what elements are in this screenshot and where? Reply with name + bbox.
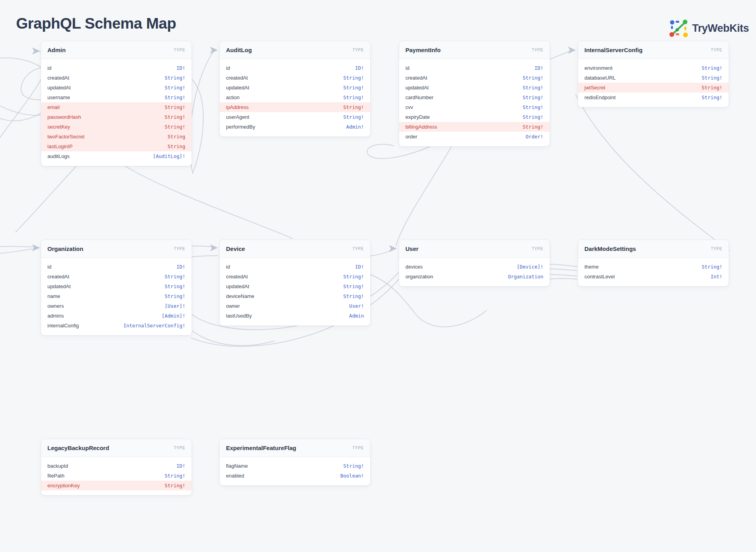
field-row-username: usernameString! xyxy=(41,93,192,102)
entity-card-organization[interactable]: OrganizationTYPEidID!createdAtString!upd… xyxy=(41,240,192,336)
trywebkits-logo-icon xyxy=(669,19,688,38)
entity-card-internal-server-config[interactable]: InternalServerConfigTYPEenvironmentStrin… xyxy=(578,41,729,107)
type-column-label: TYPE xyxy=(353,247,364,251)
field-type: String! xyxy=(523,85,543,91)
field-type: ID! xyxy=(176,463,185,469)
field-name: passwordHash xyxy=(47,114,81,120)
arrowhead-device xyxy=(210,244,218,251)
entity-title: AuditLog xyxy=(226,47,252,53)
field-type: String! xyxy=(702,85,722,91)
field-type: ID! xyxy=(176,65,185,71)
field-row-updatedat: updatedAtString! xyxy=(220,281,370,291)
field-row-theme: themeString! xyxy=(578,262,729,272)
field-row-admins: admins[Admin]! xyxy=(41,311,192,321)
field-type: [AuditLog]! xyxy=(153,153,185,159)
field-type: Order! xyxy=(526,134,543,140)
entity-card-legacy-backup-record[interactable]: LegacyBackupRecordTYPEbackupIdID!filePat… xyxy=(41,439,192,496)
entity-title: InternalServerConfig xyxy=(584,47,642,53)
field-name: createdAt xyxy=(47,75,69,81)
entity-card-device[interactable]: DeviceTYPEidID!createdAtString!updatedAt… xyxy=(219,240,371,326)
field-row-databaseurl: databaseURLString! xyxy=(578,73,729,83)
field-row-name: nameString! xyxy=(41,291,192,301)
field-row-cardnumber: cardNumberString! xyxy=(399,93,550,102)
field-row-createdat: createdAtString! xyxy=(41,73,192,83)
field-name: createdAt xyxy=(226,75,248,81)
entity-card-body: idID!createdAtString!updatedAtString!act… xyxy=(220,59,370,136)
entity-card-user[interactable]: UserTYPEdevices[Device]!organizationOrga… xyxy=(399,240,550,287)
type-column-label: TYPE xyxy=(711,48,722,52)
entity-card-admin[interactable]: AdminTYPEidID!createdAtString!updatedAtS… xyxy=(41,41,192,166)
field-row-secretkey: secretKeyString! xyxy=(41,122,192,132)
field-type: String! xyxy=(343,75,364,81)
field-row-id: idID! xyxy=(399,63,550,73)
entity-card-body: environmentString!databaseURLString!jwtS… xyxy=(578,59,729,107)
field-row-twofactorsecret: twoFactorSecretString xyxy=(41,132,192,142)
field-name: createdAt xyxy=(405,75,427,81)
entity-title: Organization xyxy=(47,245,83,252)
field-type: String! xyxy=(343,463,364,469)
field-type: String! xyxy=(165,473,185,479)
entity-card-header: PaymentInfoTYPE xyxy=(399,41,550,59)
entity-card-body: idID!createdAtString!updatedAtString!use… xyxy=(41,59,192,166)
field-row-id: idID! xyxy=(41,63,192,73)
field-row-expirydate: expiryDateString! xyxy=(399,112,550,122)
field-name: flagName xyxy=(226,463,248,469)
field-name: twoFactorSecret xyxy=(47,134,85,140)
entity-card-payment-info[interactable]: PaymentInfoTYPEidID!createdAtString!upda… xyxy=(399,41,550,147)
field-row-flagname: flagNameString! xyxy=(220,461,370,471)
field-type: String xyxy=(168,143,185,149)
entity-card-experimental-feature-flag[interactable]: ExperimentalFeatureFlagTYPEflagNameStrin… xyxy=(219,439,371,486)
field-type: String! xyxy=(702,75,722,81)
field-name: jwtSecret xyxy=(584,85,605,91)
field-type: String! xyxy=(165,124,185,130)
field-name: organization xyxy=(405,274,433,280)
field-type: InternalServerConfig! xyxy=(123,323,185,329)
field-name: cardNumber xyxy=(405,94,434,100)
field-type: String! xyxy=(343,293,364,299)
brand-logo[interactable]: TryWebKits xyxy=(669,19,749,38)
arrowhead-admin xyxy=(32,47,40,54)
field-type: Boolean! xyxy=(340,473,364,479)
entity-title: LegacyBackupRecord xyxy=(47,445,109,451)
field-type: String! xyxy=(165,293,185,299)
field-name: id xyxy=(226,264,230,270)
field-type: String! xyxy=(343,85,364,91)
field-type: ID! xyxy=(355,65,364,71)
field-type: String! xyxy=(523,114,543,120)
field-row-backupid: backupIdID! xyxy=(41,461,192,471)
entity-card-body: idID!createdAtString!updatedAtString!nam… xyxy=(41,258,192,335)
field-name: order xyxy=(405,134,417,140)
field-row-devices: devices[Device]! xyxy=(399,262,550,272)
entity-card-body: devices[Device]!organizationOrganization xyxy=(399,258,550,286)
field-name: internalConfig xyxy=(47,323,79,329)
field-name: contrastLevel xyxy=(584,274,615,280)
field-type: String! xyxy=(165,104,185,110)
entity-card-body: idID!createdAtString!updatedAtString!dev… xyxy=(220,258,370,325)
field-name: enabled xyxy=(226,473,244,479)
field-type: Admin! xyxy=(346,124,364,130)
field-name: id xyxy=(405,65,409,71)
entity-card-body: idID!createdAtString!updatedAtString!car… xyxy=(399,59,550,146)
field-row-performedby: performedByAdmin! xyxy=(220,122,370,132)
type-column-label: TYPE xyxy=(174,48,185,52)
field-type: String! xyxy=(165,85,185,91)
field-name: createdAt xyxy=(47,274,69,280)
field-name: lastUsedBy xyxy=(226,313,252,319)
field-name: lastLoginIP xyxy=(47,143,72,149)
field-name: theme xyxy=(584,264,599,270)
field-row-organization: organizationOrganization xyxy=(399,272,550,281)
field-row-updatedat: updatedAtString! xyxy=(41,83,192,93)
field-row-lastloginip: lastLoginIPString xyxy=(41,142,192,151)
entity-card-audit-log[interactable]: AuditLogTYPEidID!createdAtString!updated… xyxy=(219,41,371,137)
field-row-createdat: createdAtString! xyxy=(220,272,370,281)
entity-card-dark-mode-settings[interactable]: DarkModeSettingsTYPEthemeString!contrast… xyxy=(578,240,729,287)
field-name: environment xyxy=(584,65,613,71)
field-name: updatedAt xyxy=(47,85,71,91)
entity-card-header: AuditLogTYPE xyxy=(220,41,370,59)
arrowhead-auditlog xyxy=(210,47,218,54)
field-row-jwtsecret: jwtSecretString! xyxy=(578,83,729,93)
field-row-id: idID! xyxy=(41,262,192,272)
entity-title: ExperimentalFeatureFlag xyxy=(226,445,296,451)
field-row-action: actionString! xyxy=(220,93,370,102)
field-name: owner xyxy=(226,303,240,309)
